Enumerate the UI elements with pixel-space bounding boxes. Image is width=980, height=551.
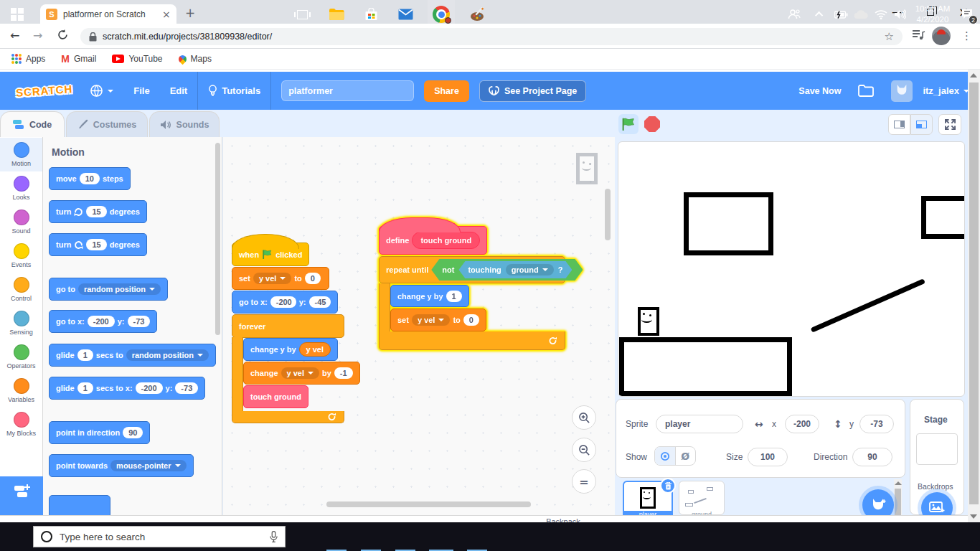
zoom-out-button[interactable] (572, 438, 596, 462)
tab-code[interactable]: Code (0, 111, 65, 137)
show-hidden-button[interactable]: Ø (676, 447, 696, 465)
category-events[interactable]: Events (0, 239, 42, 273)
wifi-indicator[interactable] (871, 0, 891, 29)
category-sensing[interactable]: Sensing (0, 306, 42, 340)
horizontal-scrollbar[interactable] (326, 501, 531, 507)
value-input[interactable]: -1 (334, 367, 353, 379)
vertical-scrollbar[interactable] (605, 189, 611, 240)
category-sound[interactable]: Sound (0, 205, 42, 239)
category-variables[interactable]: Variables (0, 374, 42, 408)
battery-indicator[interactable] (831, 0, 851, 29)
project-name-input[interactable]: platformer (281, 80, 414, 101)
block-set-yvel[interactable]: set y vel to 0 (232, 267, 329, 290)
palette-block-1[interactable]: turn15degrees (49, 200, 147, 223)
palette-block-8[interactable]: point towardsmouse-pointer (49, 454, 194, 477)
backdrop-thumbnail[interactable] (916, 433, 958, 465)
menu-file[interactable]: File (123, 85, 159, 96)
value-input[interactable]: 1 (77, 382, 93, 394)
task-view-button[interactable] (290, 0, 314, 29)
palette-block-partial[interactable] (49, 495, 110, 515)
block-define-touch-ground[interactable]: define touch ground (379, 226, 487, 255)
palette-block-3[interactable]: go torandom position (49, 278, 168, 301)
direction-input[interactable]: 90 (852, 448, 892, 466)
scratch-logo[interactable]: SCRATCH (16, 83, 73, 98)
palette-block-2[interactable]: turn15degrees (49, 233, 147, 256)
my-stuff-folder-icon[interactable] (858, 85, 874, 97)
zoom-reset-button[interactable]: = (572, 469, 596, 494)
player-sprite[interactable] (638, 307, 659, 336)
category-my-blocks[interactable]: My Blocks (0, 408, 42, 441)
volume-indicator[interactable] (890, 0, 910, 29)
block-touch-ground-call[interactable]: touch ground (243, 385, 308, 408)
bookmark-youtube[interactable]: YouTube (112, 54, 162, 64)
block-goto-xy[interactable]: go to x: -200 y: -45 (232, 291, 338, 314)
palette-block-5[interactable]: glide1secs torandom position (49, 344, 216, 367)
value-input[interactable]: 10 (80, 173, 100, 184)
tray-expand-button[interactable] (811, 0, 829, 29)
touching-dropdown[interactable]: ground (506, 264, 554, 276)
variable-dropdown[interactable]: y vel (281, 367, 319, 379)
page-scrollbar-thumb[interactable] (969, 83, 979, 504)
palette-block-7[interactable]: point in direction90 (49, 421, 150, 444)
y-input[interactable]: -45 (309, 296, 331, 308)
file-explorer-button[interactable] (324, 0, 349, 29)
category-operators[interactable]: Operators (0, 340, 42, 374)
value-input[interactable]: 0 (463, 314, 479, 326)
x-position-input[interactable]: -200 (785, 415, 819, 433)
value-input[interactable]: 15 (86, 239, 106, 250)
browser-profile-avatar[interactable] (932, 27, 951, 45)
add-extension-button[interactable] (0, 476, 44, 515)
forward-icon[interactable]: → (33, 29, 42, 42)
chrome-button[interactable] (428, 0, 455, 29)
reload-icon[interactable] (57, 29, 68, 43)
show-visible-button[interactable] (655, 447, 676, 465)
dropdown[interactable]: mouse-pointer (110, 460, 186, 471)
media-controls-icon[interactable] (913, 30, 925, 43)
value-input[interactable]: 1 (77, 349, 93, 361)
share-button[interactable]: Share (424, 80, 469, 102)
user-avatar[interactable] (891, 80, 913, 102)
delete-sprite-button[interactable] (660, 478, 676, 494)
value-input[interactable]: 1 (446, 291, 462, 302)
value-input[interactable]: 15 (86, 206, 106, 217)
username-menu[interactable]: itz_jalex (918, 85, 974, 96)
bookmark-gmail[interactable]: M Gmail (61, 53, 96, 65)
value-input[interactable]: 0 (305, 273, 321, 284)
variable-dropdown[interactable]: y vel (253, 273, 291, 284)
fullscreen-button[interactable] (938, 114, 961, 135)
dropdown[interactable]: random position (126, 349, 209, 361)
paint-app-button[interactable] (465, 0, 489, 29)
microphone-icon[interactable] (270, 531, 278, 542)
bookmark-star-icon[interactable]: ☆ (885, 30, 894, 43)
sprite-pane-scrollbar[interactable] (894, 479, 902, 515)
block-forever[interactable]: forever (232, 314, 344, 338)
sensing-touching[interactable]: touching ground ? (458, 261, 572, 278)
page-scrollbar[interactable] (968, 70, 980, 522)
start-button[interactable] (7, 0, 27, 29)
small-stage-button[interactable] (888, 114, 910, 135)
stage-canvas[interactable] (618, 141, 965, 397)
store-button[interactable] (359, 0, 383, 29)
menu-tutorials[interactable]: Tutorials (198, 85, 270, 97)
address-bar[interactable]: scratch.mit.edu/projects/381809938/edito… (80, 28, 903, 45)
backpack-bar[interactable]: Backpack (0, 515, 974, 522)
save-now-button[interactable]: Save Now (798, 86, 841, 96)
sprite-thumbnail-ground[interactable]: ground (679, 481, 725, 515)
size-input[interactable]: 100 (748, 448, 788, 466)
block-when-flag-clicked[interactable]: when clicked (232, 242, 309, 266)
block-change-y-by-yvel[interactable]: change y by y vel (243, 338, 338, 361)
palette-block-6[interactable]: glide1secs to x:-200y:-73 (49, 377, 205, 400)
taskbar-search[interactable]: Type here to search (33, 526, 286, 547)
new-tab-button[interactable]: + (185, 6, 195, 20)
browser-menu-icon[interactable]: ⋮ (961, 29, 972, 42)
variable-reporter-yvel[interactable]: y vel (299, 342, 331, 357)
sprite-name-input[interactable]: player (656, 415, 743, 433)
block-repeat-until[interactable]: repeat until not touching ground ? (379, 256, 565, 283)
zoom-in-button[interactable] (572, 405, 596, 430)
clock[interactable]: 10:50 AM 4/2/2020 (910, 0, 956, 29)
palette-scrollbar[interactable] (215, 143, 220, 335)
category-control[interactable]: Control (0, 273, 42, 306)
operator-not[interactable]: not touching ground ? (431, 259, 583, 281)
bookmark-apps[interactable]: Apps (11, 54, 45, 64)
bookmark-maps[interactable]: Maps (179, 54, 212, 64)
